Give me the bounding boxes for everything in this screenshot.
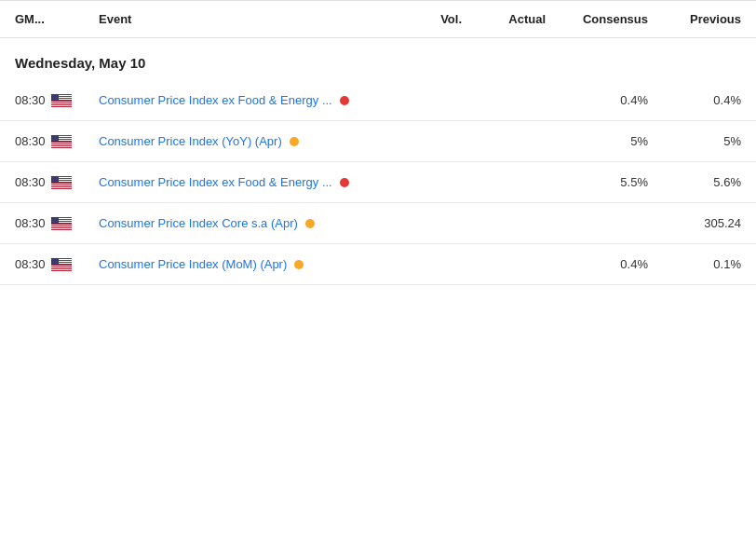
consensus-value: 5.5%: [546, 175, 648, 189]
high-volatility-dot: [340, 96, 349, 105]
high-volatility-dot: [340, 178, 349, 187]
economic-calendar-table: GM... Event Vol. Actual Consensus Previo…: [0, 0, 756, 533]
header-consensus: Consensus: [546, 12, 648, 26]
previous-value: 305.24: [648, 216, 741, 230]
event-time: 08:30: [15, 175, 46, 189]
event-label: Consumer Price Index (YoY) (Apr): [99, 134, 282, 148]
consensus-value: 5%: [546, 134, 648, 148]
event-name[interactable]: Consumer Price Index (MoM) (Apr): [99, 257, 397, 271]
table-row: 08:30Consumer Price Index ex Food & Ener…: [0, 80, 756, 121]
consensus-value: 0.4%: [546, 93, 648, 107]
table-row: 08:30Consumer Price Index Core s.a (Apr)…: [0, 203, 756, 244]
previous-value: 5.6%: [648, 175, 741, 189]
country-flag-us: [51, 94, 72, 107]
previous-value: 0.4%: [648, 93, 741, 107]
medium-volatility-dot: [305, 219, 315, 228]
country-flag-us: [51, 217, 72, 230]
header-event: Event: [99, 12, 397, 26]
date-heading: Wednesday, May 10: [0, 38, 756, 80]
event-name[interactable]: Consumer Price Index ex Food & Energy ..…: [99, 175, 397, 189]
table-row: 08:30Consumer Price Index ex Food & Ener…: [0, 162, 756, 203]
event-label: Consumer Price Index Core s.a (Apr): [99, 216, 298, 230]
header-actual: Actual: [462, 12, 546, 26]
event-label: Consumer Price Index ex Food & Energy ..…: [99, 93, 332, 107]
time-flag-cell: 08:30: [15, 93, 99, 107]
event-label: Consumer Price Index ex Food & Energy ..…: [99, 175, 332, 189]
medium-volatility-dot: [294, 260, 304, 269]
previous-value: 5%: [648, 134, 741, 148]
event-name[interactable]: Consumer Price Index (YoY) (Apr): [99, 134, 397, 148]
header-previous: Previous: [648, 12, 741, 26]
event-name[interactable]: Consumer Price Index ex Food & Energy ..…: [99, 93, 397, 107]
header-vol: Vol.: [397, 12, 462, 26]
event-label: Consumer Price Index (MoM) (Apr): [99, 257, 287, 271]
header-gmt: GM...: [15, 12, 99, 26]
country-flag-us: [51, 258, 72, 271]
event-time: 08:30: [15, 134, 46, 148]
event-name[interactable]: Consumer Price Index Core s.a (Apr): [99, 216, 397, 230]
table-header: GM... Event Vol. Actual Consensus Previo…: [0, 1, 756, 38]
consensus-value: 0.4%: [546, 257, 648, 271]
previous-value: 0.1%: [648, 257, 741, 271]
event-time: 08:30: [15, 93, 46, 107]
medium-volatility-dot: [290, 137, 299, 146]
table-row: 08:30Consumer Price Index (MoM) (Apr)0.4…: [0, 244, 756, 285]
time-flag-cell: 08:30: [15, 216, 99, 230]
table-row: 08:30Consumer Price Index (YoY) (Apr)5%5…: [0, 121, 756, 162]
time-flag-cell: 08:30: [15, 175, 99, 189]
event-time: 08:30: [15, 257, 46, 271]
country-flag-us: [51, 135, 72, 148]
time-flag-cell: 08:30: [15, 257, 99, 271]
time-flag-cell: 08:30: [15, 134, 99, 148]
country-flag-us: [51, 176, 72, 189]
event-time: 08:30: [15, 216, 46, 230]
